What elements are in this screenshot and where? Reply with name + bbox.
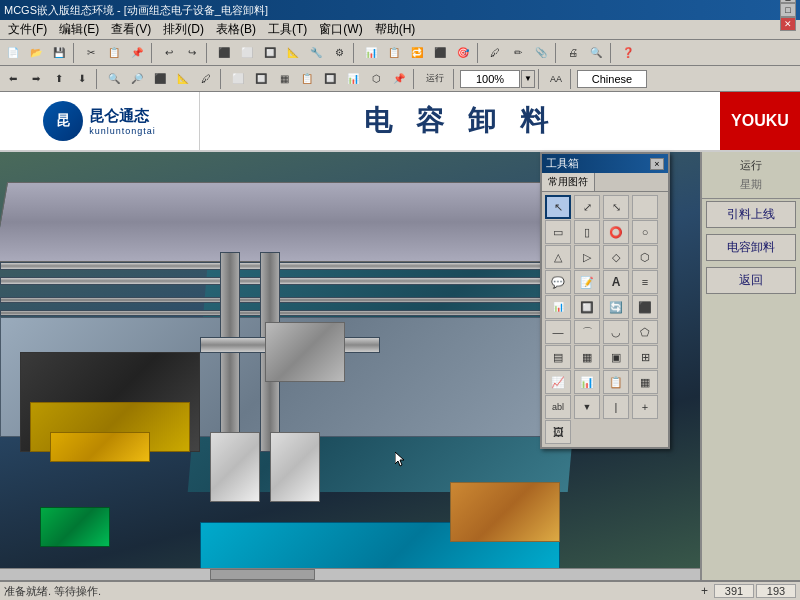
- tb-preview[interactable]: 🔍: [585, 42, 607, 64]
- tb-open[interactable]: 📂: [25, 42, 47, 64]
- menu-view[interactable]: 查看(V): [105, 20, 157, 39]
- tool-table[interactable]: 📋: [603, 370, 629, 394]
- tb-help[interactable]: ❓: [617, 42, 639, 64]
- tb-btn-f[interactable]: ⚙: [328, 42, 350, 64]
- tb2-run[interactable]: 运行: [420, 68, 450, 90]
- nav-yinliao[interactable]: 引料上线: [706, 201, 796, 228]
- tb-btn-h[interactable]: 📋: [383, 42, 405, 64]
- nav-return[interactable]: 返回: [706, 267, 796, 294]
- tb-cut[interactable]: ✂: [80, 42, 102, 64]
- toolbox-close-button[interactable]: ×: [650, 158, 664, 170]
- tb2-btn-b[interactable]: ➡: [25, 68, 47, 90]
- tb-print[interactable]: 🖨: [562, 42, 584, 64]
- tool-lines[interactable]: ≡: [632, 270, 658, 294]
- tb2-btn-e[interactable]: 🔍: [103, 68, 125, 90]
- menu-window[interactable]: 窗口(W): [313, 20, 368, 39]
- tool-ellipse[interactable]: ⭕: [603, 220, 629, 244]
- tb2-btn-i[interactable]: 🖊: [195, 68, 217, 90]
- tool-arrow-sw[interactable]: ⤡: [603, 195, 629, 219]
- tb2-more-c[interactable]: ▦: [273, 68, 295, 90]
- tool-poly[interactable]: ⬠: [632, 320, 658, 344]
- tb2-more-e[interactable]: 🔲: [319, 68, 341, 90]
- tool-bitmap[interactable]: 🖼: [545, 420, 571, 444]
- tool-rect[interactable]: ▭: [545, 220, 571, 244]
- menu-tools[interactable]: 工具(T): [262, 20, 313, 39]
- tool-abs[interactable]: abl: [545, 395, 571, 419]
- tb-btn-c[interactable]: 🔲: [259, 42, 281, 64]
- tb2-icon-aa[interactable]: AA: [545, 68, 567, 90]
- tool-text[interactable]: A: [603, 270, 629, 294]
- tool-grid-a[interactable]: ▤: [545, 345, 571, 369]
- tb2-btn-a[interactable]: ⬅: [2, 68, 24, 90]
- tool-curve[interactable]: ⌒: [574, 320, 600, 344]
- tool-gauge[interactable]: 🔲: [574, 295, 600, 319]
- toolbox-tab-common[interactable]: 常用图符: [542, 173, 595, 191]
- tool-pin[interactable]: ⬛: [632, 295, 658, 319]
- tb2-btn-c[interactable]: ⬆: [48, 68, 70, 90]
- tool-empty-1[interactable]: [632, 195, 658, 219]
- tb2-more-d[interactable]: 📋: [296, 68, 318, 90]
- menu-table[interactable]: 表格(B): [210, 20, 262, 39]
- tool-arc[interactable]: ◡: [603, 320, 629, 344]
- tool-bar[interactable]: 📊: [574, 370, 600, 394]
- scroll-thumb[interactable]: [210, 569, 315, 580]
- close-button[interactable]: ✕: [780, 17, 796, 31]
- tb2-more-g[interactable]: ⬡: [365, 68, 387, 90]
- horizontal-scrollbar[interactable]: [0, 568, 700, 580]
- tool-circle[interactable]: ○: [632, 220, 658, 244]
- tb2-more-b[interactable]: 🔲: [250, 68, 272, 90]
- tool-combo[interactable]: ▼: [574, 395, 600, 419]
- tool-triangle[interactable]: △: [545, 245, 571, 269]
- tb-btn-l[interactable]: 🖊: [484, 42, 506, 64]
- tb2-more-f[interactable]: 📊: [342, 68, 364, 90]
- menu-edit[interactable]: 编辑(E): [53, 20, 105, 39]
- tool-grid-b[interactable]: ▦: [574, 345, 600, 369]
- tb-btn-g[interactable]: 📊: [360, 42, 382, 64]
- tb-btn-m[interactable]: ✏: [507, 42, 529, 64]
- tb-save[interactable]: 💾: [48, 42, 70, 64]
- tb-btn-k[interactable]: 🎯: [452, 42, 474, 64]
- tool-trend[interactable]: 📈: [545, 370, 571, 394]
- tool-grid-c[interactable]: ▣: [603, 345, 629, 369]
- tool-chart[interactable]: 📊: [545, 295, 571, 319]
- tool-hexagon[interactable]: ⬡: [632, 245, 658, 269]
- tb2-btn-h[interactable]: 📐: [172, 68, 194, 90]
- zoom-dropdown[interactable]: ▼: [521, 70, 535, 88]
- tb-undo[interactable]: ↩: [158, 42, 180, 64]
- tool-arrow-ne[interactable]: ⤢: [574, 195, 600, 219]
- tb-btn-i[interactable]: 🔁: [406, 42, 428, 64]
- tool-rounded-rect[interactable]: ▯: [574, 220, 600, 244]
- menu-file[interactable]: 文件(F): [2, 20, 53, 39]
- tb-copy[interactable]: 📋: [103, 42, 125, 64]
- tool-form[interactable]: ▦: [632, 370, 658, 394]
- tb-btn-a[interactable]: ⬛: [213, 42, 235, 64]
- language-selector[interactable]: Chinese: [577, 70, 647, 88]
- tb-btn-d[interactable]: 📐: [282, 42, 304, 64]
- maximize-button[interactable]: □: [780, 3, 796, 17]
- menu-help[interactable]: 帮助(H): [369, 20, 422, 39]
- tool-plus[interactable]: +: [632, 395, 658, 419]
- tool-grid-d[interactable]: ⊞: [632, 345, 658, 369]
- tb-new[interactable]: 📄: [2, 42, 24, 64]
- tb-btn-j[interactable]: ⬛: [429, 42, 451, 64]
- tb-redo[interactable]: ↪: [181, 42, 203, 64]
- tb2-btn-f[interactable]: 🔎: [126, 68, 148, 90]
- tb2-btn-d[interactable]: ⬇: [71, 68, 93, 90]
- nav-dianliao[interactable]: 电容卸料: [706, 234, 796, 261]
- tb2-more-a[interactable]: ⬜: [227, 68, 249, 90]
- tool-diamond[interactable]: ◇: [603, 245, 629, 269]
- menu-arrange[interactable]: 排列(D): [157, 20, 210, 39]
- tb-btn-b[interactable]: ⬜: [236, 42, 258, 64]
- tb-btn-n[interactable]: 📎: [530, 42, 552, 64]
- tool-select[interactable]: ↖: [545, 195, 571, 219]
- tool-pipe[interactable]: |: [603, 395, 629, 419]
- tb-paste[interactable]: 📌: [126, 42, 148, 64]
- tool-note[interactable]: 📝: [574, 270, 600, 294]
- tool-rotate[interactable]: 🔄: [603, 295, 629, 319]
- tool-tri-right[interactable]: ▷: [574, 245, 600, 269]
- tb-btn-e[interactable]: 🔧: [305, 42, 327, 64]
- tb2-btn-g[interactable]: ⬛: [149, 68, 171, 90]
- tool-line-h[interactable]: —: [545, 320, 571, 344]
- tool-callout[interactable]: 💬: [545, 270, 571, 294]
- tb2-more-h[interactable]: 📌: [388, 68, 410, 90]
